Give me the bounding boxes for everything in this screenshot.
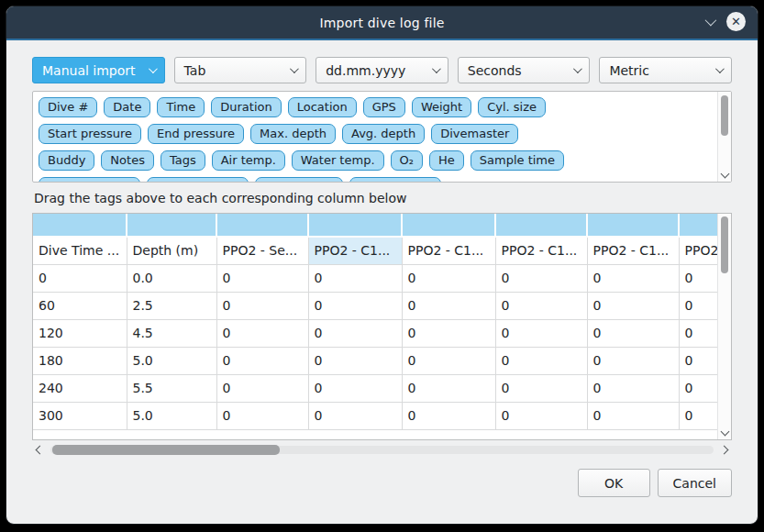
combo-value: Metric bbox=[609, 63, 649, 78]
tag-sample-po[interactable]: Sample pO₂ bbox=[255, 177, 344, 183]
table-cell: 0 bbox=[587, 319, 679, 347]
table-cell: 0 bbox=[402, 402, 495, 429]
table-cell: 0 bbox=[402, 319, 495, 347]
table-row: 1805.0000000 bbox=[33, 347, 732, 374]
tag-row: Dive #DateTimeDurationLocationGPSWeightC… bbox=[39, 97, 711, 117]
chevron-down-icon bbox=[432, 64, 441, 73]
tag-o[interactable]: O₂ bbox=[391, 150, 423, 171]
table-cell: 0 bbox=[495, 402, 587, 429]
import-type-combo[interactable]: Manual import bbox=[32, 57, 165, 83]
tag-duration[interactable]: Duration bbox=[211, 97, 281, 117]
tag-sample-depth[interactable]: Sample depth bbox=[39, 177, 140, 183]
tag-gps[interactable]: GPS bbox=[363, 97, 405, 117]
titlebar[interactable]: Import dive log file ✕ bbox=[6, 6, 758, 40]
column-header[interactable]: PPO2 - Se... bbox=[216, 237, 308, 264]
column-header[interactable]: Depth (m) bbox=[127, 237, 216, 264]
table-cell: 240 bbox=[33, 374, 127, 402]
combo-value: dd.mm.yyyy bbox=[326, 63, 405, 78]
import-dialog-window: Import dive log file ✕ Manual importTabd… bbox=[6, 6, 758, 525]
scrollbar-thumb[interactable] bbox=[721, 216, 728, 273]
table-cell: 0 bbox=[308, 374, 402, 402]
shade-chevron-down-icon[interactable] bbox=[705, 15, 717, 27]
tag-start-pressure[interactable]: Start pressure bbox=[39, 124, 141, 144]
table-cell: 0.0 bbox=[127, 264, 216, 292]
table-cell: 0 bbox=[402, 347, 495, 374]
column-header[interactable]: PPO2 - C1... bbox=[587, 237, 679, 264]
tag-time[interactable]: Time bbox=[157, 97, 205, 117]
table-cell: 0 bbox=[308, 402, 402, 429]
tag-notes[interactable]: Notes bbox=[101, 150, 154, 171]
tag-row: Start pressureEnd pressureMax. depthAvg.… bbox=[39, 124, 711, 144]
drop-target-cell[interactable] bbox=[495, 214, 587, 237]
tag-dive[interactable]: Dive # bbox=[39, 97, 97, 117]
drop-target-cell[interactable] bbox=[402, 214, 495, 237]
tag-he[interactable]: He bbox=[429, 150, 464, 171]
tag-buddy[interactable]: Buddy bbox=[39, 150, 94, 171]
tag-divemaster[interactable]: Divemaster bbox=[431, 124, 518, 144]
drop-target-cell[interactable] bbox=[216, 214, 308, 237]
table-cell: 120 bbox=[33, 319, 127, 347]
chevron-down-icon bbox=[573, 64, 582, 73]
table-cell: 0 bbox=[216, 292, 308, 319]
table-cell: 0 bbox=[495, 374, 587, 402]
scroll-right-icon[interactable] bbox=[720, 446, 729, 455]
table-vertical-scrollbar[interactable] bbox=[717, 214, 731, 439]
tag-air-temp[interactable]: Air temp. bbox=[212, 150, 285, 171]
tag-max-depth[interactable]: Max. depth bbox=[250, 124, 336, 144]
table-row: 602.5000000 bbox=[33, 292, 732, 319]
column-header[interactable]: PPO2 - C1... bbox=[402, 237, 495, 264]
duration-format-combo[interactable]: Seconds bbox=[458, 57, 591, 83]
tag-water-temp[interactable]: Water temp. bbox=[292, 150, 384, 171]
cancel-button[interactable]: Cancel bbox=[658, 469, 732, 497]
field-separator-combo[interactable]: Tab bbox=[174, 57, 307, 83]
table-cell: 0 bbox=[587, 402, 679, 429]
date-format-combo[interactable]: dd.mm.yyyy bbox=[316, 57, 448, 83]
scrollbar-thumb[interactable] bbox=[721, 95, 728, 136]
tag-location[interactable]: Location bbox=[288, 97, 357, 117]
table-cell: 0 bbox=[587, 347, 679, 374]
drop-target-cell[interactable] bbox=[587, 214, 679, 237]
tag-tags[interactable]: Tags bbox=[161, 150, 205, 171]
table-cell: 0 bbox=[33, 264, 127, 292]
table-cell: 5.0 bbox=[127, 347, 216, 374]
table-cell: 300 bbox=[33, 402, 127, 429]
units-combo[interactable]: Metric bbox=[599, 57, 732, 83]
drop-target-cell[interactable] bbox=[308, 214, 402, 237]
tag-sample-cns[interactable]: Sample CNS bbox=[349, 177, 441, 183]
column-header[interactable]: Dive Time ... bbox=[33, 237, 127, 264]
tag-avg-depth[interactable]: Avg. depth bbox=[342, 124, 425, 144]
column-header[interactable]: PPO2 - C1... bbox=[308, 237, 402, 264]
table-horizontal-scrollbar[interactable] bbox=[32, 443, 732, 457]
scroll-left-icon[interactable] bbox=[36, 446, 45, 455]
tag-sample-temp[interactable]: Sample temp. bbox=[147, 177, 249, 183]
tag-sample-time[interactable]: Sample time bbox=[471, 150, 564, 171]
dialog-button-row: OK Cancel bbox=[32, 469, 732, 497]
scrollbar-thumb[interactable] bbox=[52, 445, 280, 455]
tag-rows: Dive #DateTimeDurationLocationGPSWeightC… bbox=[33, 92, 716, 183]
table-cell: 0 bbox=[587, 292, 679, 319]
scroll-down-icon[interactable] bbox=[721, 170, 730, 179]
tag-pool-scrollbar[interactable] bbox=[717, 92, 731, 182]
tag-date[interactable]: Date bbox=[104, 97, 150, 117]
window-title: Import dive log file bbox=[319, 16, 444, 30]
scroll-down-icon[interactable] bbox=[721, 427, 730, 437]
table-cell: 0 bbox=[495, 347, 587, 374]
column-header[interactable]: PPO2 - C1... bbox=[495, 237, 587, 264]
table-cell: 2.5 bbox=[127, 292, 216, 319]
table-cell: 0 bbox=[402, 292, 495, 319]
tag-cyl-size[interactable]: Cyl. size bbox=[478, 97, 546, 117]
table-cell: 0 bbox=[308, 292, 402, 319]
table-cell: 4.5 bbox=[127, 319, 216, 347]
table-cell: 0 bbox=[402, 374, 495, 402]
close-icon[interactable]: ✕ bbox=[726, 12, 746, 31]
combo-value: Tab bbox=[184, 63, 206, 78]
table-cell: 5.5 bbox=[127, 374, 216, 402]
drop-target-cell[interactable] bbox=[127, 214, 216, 237]
tag-row: BuddyNotesTagsAir temp.Water temp.O₂HeSa… bbox=[39, 150, 711, 171]
tag-weight[interactable]: Weight bbox=[412, 97, 471, 117]
ok-button[interactable]: OK bbox=[578, 469, 650, 497]
table-row: 1204.5000000 bbox=[33, 319, 732, 347]
table-row: 00.0000000 bbox=[33, 264, 732, 292]
tag-end-pressure[interactable]: End pressure bbox=[148, 124, 244, 144]
drop-target-cell[interactable] bbox=[33, 214, 127, 237]
